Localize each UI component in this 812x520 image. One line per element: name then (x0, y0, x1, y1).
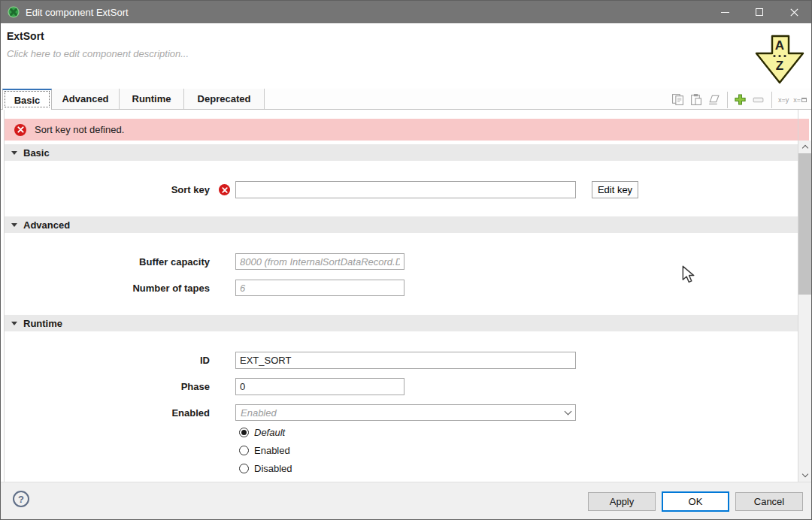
section-header-runtime[interactable]: Runtime (5, 315, 798, 331)
id-input[interactable] (235, 352, 576, 369)
sort-key-input[interactable] (235, 181, 576, 198)
vertical-scrollbar[interactable] (798, 141, 811, 482)
section-header-basic[interactable]: Basic (5, 144, 798, 161)
tab-deprecated[interactable]: Deprecated (184, 89, 265, 109)
toolbar-separator (771, 92, 772, 108)
minimize-icon (721, 12, 729, 13)
enabled-select-value: Enabled (241, 407, 565, 419)
remove-property-icon[interactable] (752, 93, 765, 107)
scrollbar-thumb[interactable] (798, 153, 811, 295)
buffer-capacity-label: Buffer capacity (1, 256, 210, 268)
edit-component-dialog: Edit component ExtSort ExtSort Click her… (0, 0, 812, 520)
edit-key-button[interactable]: Edit key (592, 181, 638, 198)
maximize-button[interactable] (742, 1, 777, 23)
phase-input[interactable] (235, 378, 404, 395)
radio-unselected-icon (239, 446, 249, 455)
radio-selected-icon (239, 428, 249, 437)
enabled-label: Enabled (1, 407, 210, 419)
tab-basic[interactable]: Basic (2, 89, 52, 110)
collapse-arrow-icon (11, 322, 17, 325)
eraser-icon[interactable] (707, 93, 721, 107)
error-icon (14, 124, 26, 136)
tab-advanced[interactable]: Advanced (52, 89, 120, 109)
buffer-capacity-input[interactable] (235, 253, 404, 270)
radio-unselected-icon (239, 464, 249, 473)
id-label: ID (1, 355, 210, 366)
close-icon (790, 8, 798, 17)
collapse-arrow-icon (11, 151, 17, 155)
window-title: Edit component ExtSort (26, 7, 129, 18)
scroll-up-arrow-icon[interactable] (798, 141, 811, 153)
set-value-dialog-icon[interactable]: x= (793, 96, 807, 104)
question-mark-icon: ? (18, 494, 24, 505)
component-name: ExtSort (7, 30, 44, 42)
error-banner: Sort key not defined. (5, 119, 809, 141)
radio-disabled[interactable]: Disabled (239, 463, 292, 474)
az-icon-letter-a: A (775, 38, 784, 53)
mouse-cursor (681, 265, 698, 283)
add-property-icon[interactable] (734, 93, 747, 107)
mini-window-icon (801, 98, 807, 102)
number-of-tapes-input[interactable] (235, 280, 404, 296)
error-message: Sort key not defined. (35, 124, 124, 135)
ok-button[interactable]: OK (662, 491, 729, 512)
radio-default[interactable]: Default (239, 427, 285, 438)
sort-key-label: Sort key (1, 184, 210, 195)
section-header-advanced[interactable]: Advanced (5, 216, 798, 233)
cancel-button[interactable]: Cancel (735, 492, 803, 511)
apply-button[interactable]: Apply (588, 492, 656, 511)
collapse-arrow-icon (11, 223, 17, 227)
sort-key-error-icon (219, 184, 230, 195)
content-left-border (4, 110, 5, 482)
copy-icon[interactable] (671, 93, 685, 107)
properties-toolbar: x=y x= (671, 90, 807, 109)
maximize-icon (756, 8, 763, 16)
set-value-icon[interactable]: x=y (778, 96, 789, 104)
help-button[interactable]: ? (13, 491, 29, 507)
radio-enabled[interactable]: Enabled (239, 445, 290, 456)
component-description-placeholder[interactable]: Click here to edit component description… (7, 48, 189, 59)
extsort-az-arrow-icon: A Z (755, 35, 804, 86)
tab-runtime[interactable]: Runtime (120, 89, 184, 109)
number-of-tapes-label: Number of tapes (1, 283, 210, 294)
paste-icon[interactable] (689, 93, 703, 107)
scroll-down-arrow-icon[interactable] (798, 469, 811, 482)
chevron-down-icon (565, 408, 572, 416)
az-icon-letter-z: Z (776, 59, 783, 73)
minimize-button[interactable] (707, 1, 742, 23)
toolbar-separator (727, 92, 728, 108)
clover-app-icon (8, 6, 20, 18)
phase-label: Phase (1, 381, 210, 392)
close-button[interactable] (777, 1, 811, 23)
enabled-select[interactable]: Enabled (235, 404, 576, 421)
titlebar: Edit component ExtSort (1, 1, 811, 23)
